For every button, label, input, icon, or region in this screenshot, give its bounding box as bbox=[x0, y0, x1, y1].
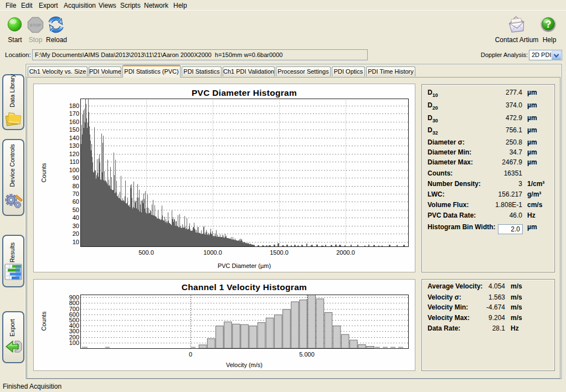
svg-text:STOP: STOP bbox=[30, 23, 41, 28]
svg-text:?: ? bbox=[546, 19, 552, 30]
